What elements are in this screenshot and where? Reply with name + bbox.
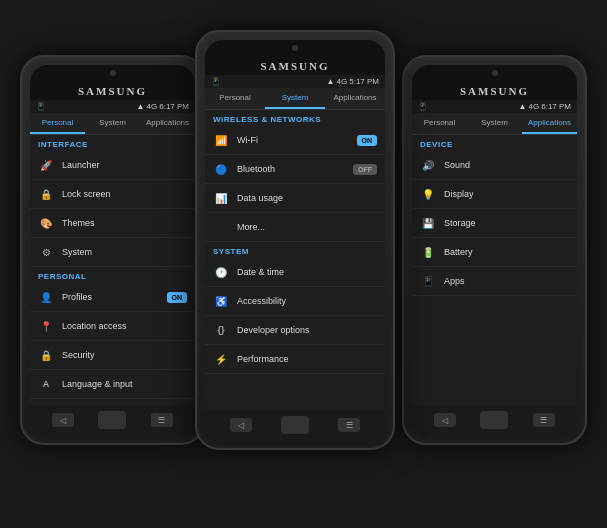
datausage-label: Data usage [237, 193, 377, 203]
list-item[interactable]: ⚡ Performance [205, 345, 385, 374]
security-icon: 🔒 [38, 347, 54, 363]
nav-bar-left: ◁ ☰ [30, 405, 195, 435]
performance-label: Performance [237, 354, 377, 364]
list-item[interactable]: 📊 Data usage [205, 184, 385, 213]
profiles-label: Profiles [62, 292, 159, 302]
datetime-label: Date & time [237, 267, 377, 277]
tab-center-system[interactable]: System [265, 88, 325, 109]
list-item[interactable]: 🔵 Bluetooth OFF [205, 155, 385, 184]
screen-content-center: WIRELESS & NETWORKS 📶 Wi-Fi ON 🔵 Bluetoo… [205, 110, 385, 410]
language-icon: A [38, 376, 54, 392]
status-bar-center: 📱 ▲ 4G 5:17 PM [205, 75, 385, 88]
list-item[interactable]: A Language & input [30, 370, 195, 399]
time-left: 6:17 PM [159, 102, 189, 111]
list-item[interactable]: More... [205, 213, 385, 242]
tabs-center: Personal System Applications [205, 88, 385, 110]
brand-center: SAMSUNG [205, 54, 385, 75]
tab-center-applications[interactable]: Applications [325, 88, 385, 109]
battery-icon: 🔋 [420, 244, 436, 260]
list-item[interactable]: ♿ Accessibility [205, 287, 385, 316]
list-item[interactable]: 🔒 Security [30, 341, 195, 370]
wifi-right: ▲ [519, 102, 527, 111]
list-item[interactable]: 🕐 Date & time [205, 258, 385, 287]
tab-right-personal[interactable]: Personal [412, 113, 467, 134]
status-bar-left: 📱 ▲ 4G 6:17 PM [30, 100, 195, 113]
developer-label: Developer options [237, 325, 377, 335]
menu-button-right[interactable]: ☰ [533, 413, 555, 427]
list-item[interactable]: 🎨 Themes [30, 209, 195, 238]
wifi-icon: 📶 [213, 132, 229, 148]
performance-icon: ⚡ [213, 351, 229, 367]
camera-right [492, 70, 498, 76]
tab-right-system[interactable]: System [467, 113, 522, 134]
wifi-center: ▲ [327, 77, 335, 86]
section-header-personal: PERSONAL [30, 267, 195, 283]
tabs-left: Personal System Applications [30, 113, 195, 135]
wifi-toggle[interactable]: ON [357, 135, 378, 146]
language-label: Language & input [62, 379, 187, 389]
list-item[interactable]: 🔊 Sound [412, 151, 577, 180]
list-item[interactable]: 📍 Location access [30, 312, 195, 341]
list-item[interactable]: 💾 Storage [412, 209, 577, 238]
tab-left-system[interactable]: System [85, 113, 140, 134]
list-item[interactable]: {} Developer options [205, 316, 385, 345]
phone-right: SAMSUNG 📱 ▲ 4G 6:17 PM Personal System A… [402, 55, 587, 445]
tab-left-personal[interactable]: Personal [30, 113, 85, 134]
more-icon [213, 219, 229, 235]
back-button-left[interactable]: ◁ [52, 413, 74, 427]
list-item[interactable]: 📱 Apps [412, 267, 577, 296]
signal-right: 4G [529, 102, 540, 111]
back-button-center[interactable]: ◁ [230, 418, 252, 432]
bluetooth-icon: 🔵 [213, 161, 229, 177]
themes-icon: 🎨 [38, 215, 54, 231]
home-button-left[interactable] [98, 411, 126, 429]
profiles-toggle[interactable]: ON [167, 292, 188, 303]
list-item[interactable]: 🔒 Lock screen [30, 180, 195, 209]
status-bar-right: 📱 ▲ 4G 6:17 PM [412, 100, 577, 113]
back-button-right[interactable]: ◁ [434, 413, 456, 427]
tab-left-applications[interactable]: Applications [140, 113, 195, 134]
themes-label: Themes [62, 218, 187, 228]
list-item[interactable]: ⚙ System [30, 238, 195, 267]
menu-button-left[interactable]: ☰ [151, 413, 173, 427]
apps-label: Apps [444, 276, 569, 286]
bluetooth-toggle[interactable]: OFF [353, 164, 377, 175]
home-button-center[interactable] [281, 416, 309, 434]
launcher-label: Launcher [62, 160, 187, 170]
camera-left [110, 70, 116, 76]
home-button-right[interactable] [480, 411, 508, 429]
section-header-wireless: WIRELESS & NETWORKS [205, 110, 385, 126]
brand-right: SAMSUNG [412, 79, 577, 100]
display-label: Display [444, 189, 569, 199]
screen-content-left: INTERFACE 🚀 Launcher 🔒 Lock screen 🎨 The… [30, 135, 195, 405]
menu-button-center[interactable]: ☰ [338, 418, 360, 432]
location-label: Location access [62, 321, 187, 331]
section-header-device: DEVICE [412, 135, 577, 151]
list-item[interactable]: 🔋 Battery [412, 238, 577, 267]
sound-label: Sound [444, 160, 569, 170]
sim-icon-center: 📱 [211, 77, 221, 86]
more-label: More... [237, 222, 377, 232]
sim-icon-left: 📱 [36, 102, 46, 111]
sim-icon-right: 📱 [418, 102, 428, 111]
bluetooth-label: Bluetooth [237, 164, 345, 174]
display-icon: 💡 [420, 186, 436, 202]
sound-icon: 🔊 [420, 157, 436, 173]
system-icon: ⚙ [38, 244, 54, 260]
list-item[interactable]: 💡 Display [412, 180, 577, 209]
section-header-system: SYSTEM [205, 242, 385, 258]
list-item[interactable]: 🚀 Launcher [30, 151, 195, 180]
nav-bar-center: ◁ ☰ [205, 410, 385, 440]
brand-left: SAMSUNG [30, 79, 195, 100]
signal-left: 4G [147, 102, 158, 111]
tab-center-personal[interactable]: Personal [205, 88, 265, 109]
phone-center: SAMSUNG 📱 ▲ 4G 5:17 PM Personal System A… [195, 30, 395, 450]
signal-center: 4G [337, 77, 348, 86]
list-item[interactable]: 📶 Wi-Fi ON [205, 126, 385, 155]
screen-content-right: DEVICE 🔊 Sound 💡 Display 💾 Storage 🔋 Bat… [412, 135, 577, 405]
developer-icon: {} [213, 322, 229, 338]
list-item[interactable]: 👤 Profiles ON [30, 283, 195, 312]
accessibility-label: Accessibility [237, 296, 377, 306]
tab-right-applications[interactable]: Applications [522, 113, 577, 134]
time-center: 5:17 PM [349, 77, 379, 86]
